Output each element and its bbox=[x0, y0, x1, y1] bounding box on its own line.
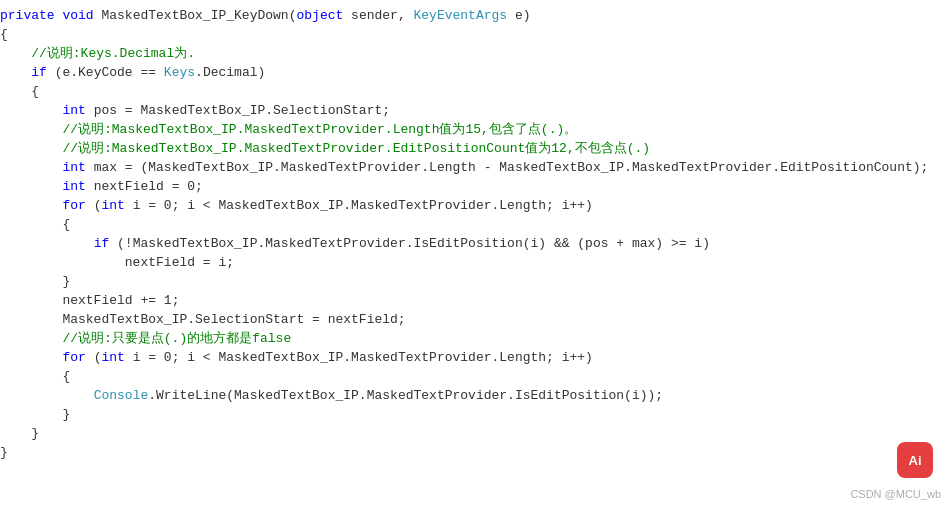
code-line: if (!MaskedTextBox_IP.MaskedTextProvider… bbox=[0, 234, 951, 253]
line-content: if (!MaskedTextBox_IP.MaskedTextProvider… bbox=[0, 234, 710, 253]
token-event-arg: KeyEventArgs bbox=[414, 8, 508, 23]
token-punct: } bbox=[0, 274, 70, 289]
token-cn-comment: //说明:MaskedTextBox_IP.MaskedTextProvider… bbox=[0, 122, 577, 137]
token-punct: .WriteLine(MaskedTextBox_IP.MaskedTextPr… bbox=[148, 388, 663, 403]
token-punct: nextField += 1; bbox=[0, 293, 179, 308]
token-punct: (!MaskedTextBox_IP.MaskedTextProvider.Is… bbox=[109, 236, 710, 251]
line-content: //说明:MaskedTextBox_IP.MaskedTextProvider… bbox=[0, 120, 577, 139]
token-punct: MaskedTextBox_IP.SelectionStart = nextFi… bbox=[0, 312, 406, 327]
line-content: private void MaskedTextBox_IP_KeyDown(ob… bbox=[0, 6, 531, 25]
token-kw: for bbox=[62, 198, 85, 213]
code-line: //说明:MaskedTextBox_IP.MaskedTextProvider… bbox=[0, 120, 951, 139]
token-kw: int bbox=[62, 103, 85, 118]
token-punct: { bbox=[0, 84, 39, 99]
code-line: { bbox=[0, 367, 951, 386]
token-punct: ( bbox=[86, 198, 102, 213]
token-punct: max = (MaskedTextBox_IP.MaskedTextProvid… bbox=[86, 160, 929, 175]
line-content: //说明:Keys.Decimal为. bbox=[0, 44, 195, 63]
token-punct: } bbox=[0, 407, 70, 422]
token-kw: int bbox=[101, 350, 124, 365]
token-kw: object bbox=[296, 8, 343, 23]
token-punct: e) bbox=[507, 8, 530, 23]
code-line: nextField = i; bbox=[0, 253, 951, 272]
token-kw: int bbox=[62, 160, 85, 175]
token-class-name: Console bbox=[94, 388, 149, 403]
line-content: { bbox=[0, 215, 70, 234]
line-content: for (int i = 0; i < MaskedTextBox_IP.Mas… bbox=[0, 348, 593, 367]
token-kw: private bbox=[0, 8, 55, 23]
line-content: nextField = i; bbox=[0, 253, 234, 272]
token-punct: (e.KeyCode == bbox=[47, 65, 164, 80]
line-content: int max = (MaskedTextBox_IP.MaskedTextPr… bbox=[0, 158, 928, 177]
token-punct bbox=[0, 160, 62, 175]
code-line: { bbox=[0, 25, 951, 44]
token-punct: i = 0; i < MaskedTextBox_IP.MaskedTextPr… bbox=[125, 350, 593, 365]
code-line: } bbox=[0, 405, 951, 424]
token-punct bbox=[0, 103, 62, 118]
token-kw: for bbox=[62, 350, 85, 365]
token-kw: void bbox=[62, 8, 93, 23]
token-kw: if bbox=[31, 65, 47, 80]
code-line: //说明:只要是点(.)的地方都是false bbox=[0, 329, 951, 348]
line-content: MaskedTextBox_IP.SelectionStart = nextFi… bbox=[0, 310, 406, 329]
code-line: { bbox=[0, 215, 951, 234]
code-line: } bbox=[0, 424, 951, 443]
code-line: for (int i = 0; i < MaskedTextBox_IP.Mas… bbox=[0, 196, 951, 215]
token-punct bbox=[0, 198, 62, 213]
code-line: for (int i = 0; i < MaskedTextBox_IP.Mas… bbox=[0, 348, 951, 367]
token-punct bbox=[0, 236, 94, 251]
token-cn-comment: //说明:MaskedTextBox_IP.MaskedTextProvider… bbox=[0, 141, 650, 156]
token-kw: if bbox=[94, 236, 110, 251]
code-line: Console.WriteLine(MaskedTextBox_IP.Maske… bbox=[0, 386, 951, 405]
watermark: CSDN @MCU_wb bbox=[850, 488, 941, 500]
code-editor: private void MaskedTextBox_IP_KeyDown(ob… bbox=[0, 0, 951, 506]
token-punct bbox=[0, 179, 62, 194]
token-punct: i = 0; i < MaskedTextBox_IP.MaskedTextPr… bbox=[125, 198, 593, 213]
line-content: } bbox=[0, 405, 70, 424]
code-line: } bbox=[0, 443, 951, 462]
token-punct: .Decimal) bbox=[195, 65, 265, 80]
token-punct: } bbox=[0, 445, 8, 460]
token-cn-comment: //说明:只要是点(.)的地方都是false bbox=[0, 331, 291, 346]
line-content: int nextField = 0; bbox=[0, 177, 203, 196]
token-class-name: Keys bbox=[164, 65, 195, 80]
ai-badge: Ai bbox=[897, 442, 933, 478]
code-line: int nextField = 0; bbox=[0, 177, 951, 196]
line-content: { bbox=[0, 367, 70, 386]
line-content: nextField += 1; bbox=[0, 291, 179, 310]
code-line: if (e.KeyCode == Keys.Decimal) bbox=[0, 63, 951, 82]
code-line: } bbox=[0, 272, 951, 291]
line-content: Console.WriteLine(MaskedTextBox_IP.Maske… bbox=[0, 386, 663, 405]
code-line: { bbox=[0, 82, 951, 101]
code-line: int pos = MaskedTextBox_IP.SelectionStar… bbox=[0, 101, 951, 120]
token-punct: MaskedTextBox_IP_KeyDown( bbox=[94, 8, 297, 23]
token-kw: int bbox=[101, 198, 124, 213]
line-content: //说明:MaskedTextBox_IP.MaskedTextProvider… bbox=[0, 139, 650, 158]
code-line: private void MaskedTextBox_IP_KeyDown(ob… bbox=[0, 6, 951, 25]
token-punct: pos = MaskedTextBox_IP.SelectionStart; bbox=[86, 103, 390, 118]
token-punct: { bbox=[0, 27, 8, 42]
token-punct: nextField = i; bbox=[0, 255, 234, 270]
code-lines: private void MaskedTextBox_IP_KeyDown(ob… bbox=[0, 6, 951, 462]
token-punct: { bbox=[0, 369, 70, 384]
token-punct: nextField = 0; bbox=[86, 179, 203, 194]
code-line: MaskedTextBox_IP.SelectionStart = nextFi… bbox=[0, 310, 951, 329]
token-punct: { bbox=[0, 217, 70, 232]
line-content: if (e.KeyCode == Keys.Decimal) bbox=[0, 63, 265, 82]
code-line: nextField += 1; bbox=[0, 291, 951, 310]
token-punct bbox=[0, 350, 62, 365]
line-content: //说明:只要是点(.)的地方都是false bbox=[0, 329, 291, 348]
line-content: { bbox=[0, 25, 8, 44]
line-content: { bbox=[0, 82, 39, 101]
code-line: //说明:MaskedTextBox_IP.MaskedTextProvider… bbox=[0, 139, 951, 158]
token-punct bbox=[0, 388, 94, 403]
token-cn-comment: //说明:Keys.Decimal为. bbox=[0, 46, 195, 61]
token-kw: int bbox=[62, 179, 85, 194]
token-punct: sender, bbox=[343, 8, 413, 23]
code-line: //说明:Keys.Decimal为. bbox=[0, 44, 951, 63]
line-content: int pos = MaskedTextBox_IP.SelectionStar… bbox=[0, 101, 390, 120]
line-content: } bbox=[0, 443, 8, 462]
line-content: for (int i = 0; i < MaskedTextBox_IP.Mas… bbox=[0, 196, 593, 215]
token-punct: ( bbox=[86, 350, 102, 365]
line-content: } bbox=[0, 424, 39, 443]
